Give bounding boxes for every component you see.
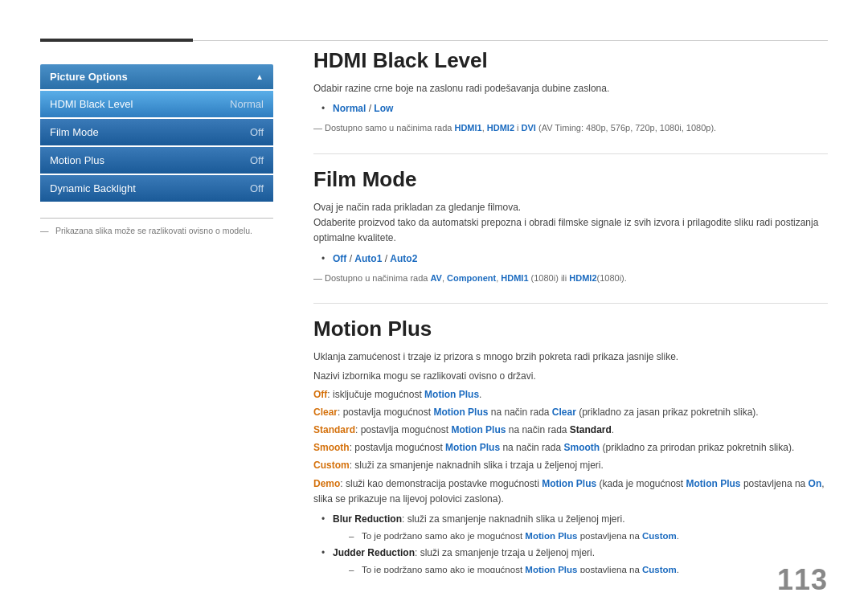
sidebar-item-hdmi[interactable]: HDMI Black Level Normal: [40, 91, 273, 117]
motion-desc1: Uklanja zamućenost i trzaje iz prizora s…: [313, 349, 828, 365]
sidebar-item-backlight-label: Dynamic Backlight: [50, 182, 136, 194]
sidebar-item-backlight[interactable]: Dynamic Backlight Off: [40, 175, 273, 202]
blur-dash-list: To je podržano samo ako je mogućnost Mot…: [349, 529, 828, 543]
section-hdmi: HDMI Black Level Odabir razine crne boje…: [313, 48, 828, 136]
sidebar-item-backlight-value: Off: [250, 182, 264, 194]
film-note: Dostupno u načinima rada AV, Component, …: [313, 272, 828, 286]
arrow-up-icon: ▲: [256, 72, 264, 81]
motion-standard: Standard: postavlja mogućnost Motion Plu…: [313, 423, 828, 438]
hdmi-note: Dostupno samo u načinima rada HDMI1, HDM…: [313, 121, 828, 136]
hdmi-desc: Odabir razine crne boje na zaslonu radi …: [313, 81, 828, 96]
hdmi-bullet-normal-low: Normal / Low: [321, 101, 828, 116]
film-bullet-list: Off / Auto1 / Auto2: [321, 251, 828, 267]
top-decorative-lines: [0, 39, 868, 42]
judder-dash: To je podržano samo ako je mogućnost Mot…: [349, 562, 828, 573]
page-number: 113: [777, 563, 828, 597]
sidebar-item-motion-value: Off: [250, 154, 264, 166]
motion-judder-item: Judder Reduction: služi za smanjenje trz…: [321, 546, 828, 573]
film-desc1: Ovaj je način rada prikladan za gledanje…: [313, 200, 828, 215]
divider-2: [313, 303, 828, 304]
motion-off: Off: isključuje mogućnost Motion Plus.: [313, 387, 828, 403]
motion-bullet-list: Blur Reduction: služi za smanjenje nakna…: [321, 512, 828, 573]
sidebar-item-hdmi-value: Normal: [230, 98, 264, 110]
film-bullet-options: Off / Auto1 / Auto2: [321, 251, 828, 267]
sidebar-note-text: Prikazana slika može se razlikovati ovis…: [55, 226, 252, 235]
sidebar-title: Picture Options: [50, 71, 128, 83]
section-film: Film Mode Ovaj je način rada prikladan z…: [313, 167, 828, 285]
sidebar-item-hdmi-label: HDMI Black Level: [50, 98, 133, 110]
sidebar-item-motion[interactable]: Motion Plus Off: [40, 147, 273, 174]
sidebar: Picture Options ▲ HDMI Black Level Norma…: [40, 64, 273, 237]
motion-demo: Demo: služi kao demonstracija postavke m…: [313, 476, 828, 507]
thin-line: [193, 40, 828, 41]
motion-custom: Custom: služi za smanjenje naknadnih sli…: [313, 458, 828, 473]
motion-blur-item: Blur Reduction: služi za smanjenje nakna…: [321, 512, 828, 544]
hdmi-title: HDMI Black Level: [313, 48, 828, 73]
picture-options-header[interactable]: Picture Options ▲: [40, 64, 273, 89]
sidebar-item-film[interactable]: Film Mode Off: [40, 119, 273, 145]
divider-1: [313, 153, 828, 154]
sidebar-item-motion-label: Motion Plus: [50, 154, 104, 166]
film-desc2: Odaberite proizvod tako da automatski pr…: [313, 215, 828, 246]
motion-smooth: Smooth: postavlja mogućnost Motion Plus …: [313, 440, 828, 456]
blur-dash: To je podržano samo ako je mogućnost Mot…: [349, 529, 828, 543]
judder-dash-list: To je podržano samo ako je mogućnost Mot…: [349, 562, 828, 573]
film-title: Film Mode: [313, 167, 828, 192]
hdmi-bullet-list: Normal / Low: [321, 101, 828, 116]
thick-line: [40, 39, 193, 42]
motion-desc2: Nazivi izbornika mogu se razlikovati ovi…: [313, 369, 828, 384]
sidebar-item-film-label: Film Mode: [50, 126, 99, 138]
section-motion: Motion Plus Uklanja zamućenost i trzaje …: [313, 317, 828, 573]
motion-title: Motion Plus: [313, 317, 828, 341]
sidebar-item-film-value: Off: [250, 126, 264, 138]
sidebar-note: — Prikazana slika može se razlikovati ov…: [40, 218, 273, 237]
main-content: HDMI Black Level Odabir razine crne boje…: [313, 48, 828, 573]
motion-clear: Clear: postavlja mogućnost Motion Plus n…: [313, 405, 828, 420]
